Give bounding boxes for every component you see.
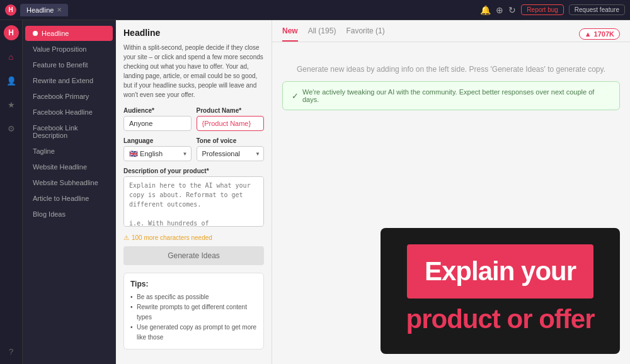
form-title: Headline [123, 28, 264, 38]
sidebar-item-website-headline[interactable]: Website Headline [25, 159, 113, 174]
request-feature-button[interactable]: Request feature [569, 4, 625, 15]
sidebar-item-tagline[interactable]: Tagline [25, 144, 113, 159]
promo-container: Explain your product or offer [381, 228, 620, 354]
tips-title: Tips: [130, 280, 257, 288]
language-select[interactable]: 🇬🇧 English [123, 146, 192, 161]
sidebar-item-article-to-headline[interactable]: Article to Headline [25, 191, 113, 206]
promo-pink-block: Explain your [407, 244, 593, 299]
sidebar-item-value-proposition[interactable]: Value Proposition [25, 42, 113, 57]
icon-sidebar: H ⌂ 👤 ★ ⚙ ? [0, 20, 23, 364]
language-select-wrapper: 🇬🇧 English [123, 146, 192, 161]
credits-arrow-icon: ▲ [585, 30, 592, 38]
warning-text: 100 more characters needed [132, 234, 212, 241]
sidebar-item-facebook-link[interactable]: Facebook Link Description [25, 120, 113, 143]
tip-item-3: Use generated copy as prompt to get more… [130, 322, 257, 343]
sidebar-item-rewrite-extend[interactable]: Rewrite and Extend [25, 73, 113, 88]
notification-icon[interactable]: 🔔 [480, 5, 491, 15]
sidebar-item-label: Headline [42, 30, 69, 37]
app-logo: H [5, 4, 16, 16]
audience-label: Audience* [123, 107, 192, 114]
headline-tab[interactable]: Headline ✕ [20, 4, 68, 16]
char-warning: ⚠ 100 more characters needed [123, 234, 264, 241]
top-bar-right: 🔔 ⊕ ↻ Report bug Request feature [480, 4, 625, 15]
settings-icon[interactable]: ⚙ [4, 121, 19, 136]
sidebar-item-headline[interactable]: Headline [25, 26, 113, 41]
audience-input[interactable] [123, 116, 192, 131]
tone-label: Tone of voice [197, 137, 265, 144]
tabs-bar: New All (195) Favorite (1) ▲ 1707K [272, 20, 630, 42]
refresh-icon[interactable]: ↻ [508, 5, 516, 15]
form-description: Within a split-second, people decide if … [123, 43, 264, 100]
tip-item-1: Be as specific as possible [130, 292, 257, 302]
product-name-group: Product Name* [197, 107, 265, 131]
right-panel: New All (195) Favorite (1) ▲ 1707K Gener… [272, 20, 630, 364]
sidebar-item-facebook-primary[interactable]: Facebook Primary [25, 89, 113, 104]
tab-label: Headline [26, 6, 54, 14]
tips-section: Tips: Be as specific as possible Rewrite… [123, 273, 264, 350]
info-box: ✓ We're actively tweaking our AI with th… [282, 81, 620, 110]
warning-icon: ⚠ [123, 234, 129, 241]
sidebar-item-feature-to-benefit[interactable]: Feature to Benefit [25, 57, 113, 72]
language-group: Language 🇬🇧 English [123, 137, 192, 161]
star-icon[interactable]: ★ [4, 97, 19, 112]
product-name-input[interactable] [197, 116, 265, 131]
promo-area: Explain your product or offer [381, 228, 620, 354]
promo-line2: product or offer [399, 301, 602, 338]
plus-icon[interactable]: ⊕ [496, 5, 503, 15]
description-label: Description of your product* [123, 168, 264, 174]
tone-group: Tone of voice Professional [197, 137, 265, 161]
user-icon[interactable]: 👤 [4, 73, 19, 88]
description-textarea[interactable] [123, 176, 264, 227]
tab-favorite[interactable]: Favorite (1) [346, 26, 384, 42]
audience-group: Audience* [123, 107, 192, 131]
sidebar-item-facebook-headline[interactable]: Facebook Headline [25, 105, 113, 120]
tone-select[interactable]: Professional [197, 146, 265, 161]
form-panel: Headline Within a split-second, people d… [116, 20, 272, 364]
content-area: Headline Within a split-second, people d… [116, 20, 630, 364]
report-bug-button[interactable]: Report bug [521, 4, 563, 15]
audience-product-row: Audience* Product Name* [123, 107, 264, 131]
language-tone-row: Language 🇬🇧 English Tone of voice Profes… [123, 137, 264, 161]
tone-select-wrapper: Professional [197, 146, 265, 161]
home-icon[interactable]: ⌂ [4, 49, 19, 64]
right-content: Generate new ideas by adding info on the… [272, 42, 630, 364]
sidebar-item-blog-ideas[interactable]: Blog Ideas [25, 207, 113, 222]
tab-new[interactable]: New [282, 26, 298, 42]
help-icon[interactable]: ? [4, 344, 19, 359]
check-icon: ✓ [292, 91, 299, 101]
app-logo-sidebar: H [4, 25, 19, 40]
language-label: Language [123, 137, 192, 144]
active-dot [33, 31, 38, 36]
tip-item-2: Rewrite prompts to get different content… [130, 302, 257, 322]
credits-value: 1707K [594, 30, 614, 38]
credits-badge: ▲ 1707K [579, 28, 620, 40]
generate-ideas-button[interactable]: Generate Ideas [123, 246, 264, 265]
info-message: We're actively tweaking our AI with the … [302, 88, 610, 103]
sidebar-item-website-subheadline[interactable]: Website Subheadline [25, 175, 113, 190]
product-name-label: Product Name* [197, 107, 265, 114]
placeholder-message: Generate new ideas by adding info on the… [282, 65, 620, 74]
top-bar: H Headline ✕ 🔔 ⊕ ↻ Report bug Request fe… [0, 0, 630, 20]
promo-line1: Explain your [425, 257, 576, 286]
tab-close-icon[interactable]: ✕ [57, 6, 62, 13]
tab-all[interactable]: All (195) [308, 26, 336, 42]
description-group: Description of your product* [123, 168, 264, 229]
nav-sidebar: Headline Value Proposition Feature to Be… [23, 20, 116, 364]
main-layout: H ⌂ 👤 ★ ⚙ ? Headline Value Proposition F… [0, 20, 630, 364]
